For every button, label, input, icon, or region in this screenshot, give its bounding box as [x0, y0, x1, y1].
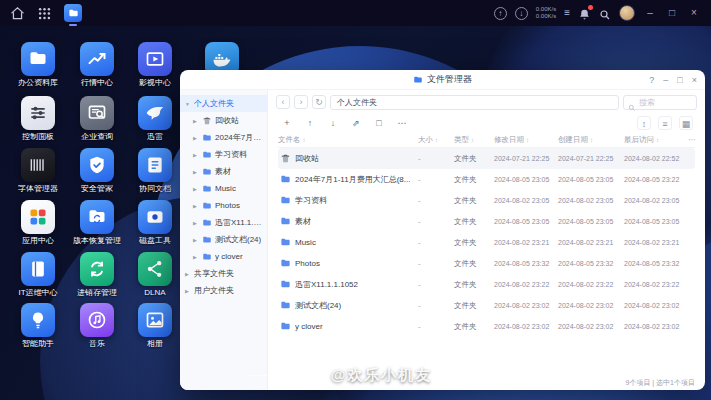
- table-row[interactable]: 测试文档(24) - 文件夹 2024-08-02 23:02 2024-08-…: [278, 295, 695, 316]
- sort-button[interactable]: ↕: [637, 116, 651, 130]
- table-row[interactable]: 2024年7月1-11月费用大汇总(8... - 文件夹 2024-08-05 …: [278, 169, 695, 190]
- address-bar[interactable]: 个人文件夹: [330, 95, 619, 110]
- desktop-icon-disk-tool[interactable]: 磁盘工具: [130, 200, 180, 246]
- more-actions-button[interactable]: ⋯: [395, 116, 409, 130]
- client-minimize-button[interactable]: –: [643, 0, 657, 26]
- desktop-icon-security-guard[interactable]: 安全管家: [72, 148, 122, 194]
- back-button[interactable]: ‹: [276, 95, 290, 109]
- document-icon: [138, 148, 172, 182]
- chevron-right-icon: ▶: [193, 254, 199, 260]
- desktop-icon-music[interactable]: 音乐: [72, 303, 122, 349]
- notification-bell-icon[interactable]: [578, 7, 591, 20]
- sidebar-item-recycle-bin[interactable]: ▶ 回收站: [180, 112, 267, 129]
- sort-icon: ↕: [526, 137, 529, 143]
- desktop-icon-video-center[interactable]: 影视中心: [130, 42, 180, 88]
- sidebar-item-folder[interactable]: ▶ 测试文档(24): [180, 231, 267, 248]
- table-row[interactable]: 迅雷X11.1.1.1052 - 文件夹 2024-08-02 23:22 20…: [278, 274, 695, 295]
- desktop-icon-app-center[interactable]: 应用中心: [13, 200, 63, 246]
- chevron-right-icon: ▶: [193, 237, 199, 243]
- list-view-button[interactable]: ≡: [658, 116, 672, 130]
- table-row[interactable]: 学习资料 - 文件夹 2024-08-02 23:05 2024-08-02 2…: [278, 190, 695, 211]
- desktop: 办公资料库 行情中心 影视中心 控制面板 企业查询 迅雷 字体管理器: [0, 26, 711, 400]
- sidebar-section-personal[interactable]: ▼ 个人文件夹: [180, 95, 267, 112]
- file-table: 文件名↕ 大小↕ 类型↕ 修改日期↕ 创建日期↕ 最后访问↕ ⋯ 回收站 - 文…: [268, 132, 705, 376]
- sidebar-item-folder[interactable]: ▶ 2024年7月1-11月费用(8N: [180, 129, 267, 146]
- desktop-icon-font-manager[interactable]: 字体管理器: [13, 148, 63, 194]
- desktop-icon-version-restore[interactable]: 版本恢复管理: [72, 200, 122, 246]
- desktop-icon-collab-docs[interactable]: 协同文档: [130, 148, 180, 194]
- desktop-icon-it-ops[interactable]: IT运维中心: [13, 252, 63, 298]
- window-titlebar[interactable]: 文件管理器 ? – □ ×: [180, 70, 705, 90]
- grid-view-button[interactable]: ▦: [679, 116, 693, 130]
- chevron-right-icon: ▶: [185, 271, 191, 277]
- folder-icon: [413, 75, 423, 85]
- bird-icon: [138, 96, 172, 130]
- table-row[interactable]: 素材 - 文件夹 2024-08-05 23:05 2024-08-05 23:…: [278, 211, 695, 232]
- search-icon[interactable]: [599, 7, 611, 19]
- copy-button[interactable]: □: [372, 116, 386, 130]
- desktop-icon-gallery[interactable]: 相册: [130, 303, 180, 349]
- search-box[interactable]: [623, 95, 697, 110]
- share-button[interactable]: ⇗: [349, 116, 363, 130]
- minimize-button[interactable]: –: [663, 75, 668, 85]
- sidebar-section-shared[interactable]: ▶ 共享文件夹: [180, 265, 267, 282]
- desktop-icon-thunder[interactable]: 迅雷: [130, 96, 180, 142]
- lightbulb-icon: [21, 303, 55, 337]
- column-options-icon[interactable]: ⋯: [688, 135, 696, 144]
- forward-button[interactable]: ›: [294, 95, 308, 109]
- maximize-button[interactable]: □: [677, 75, 682, 85]
- column-header-name[interactable]: 文件名↕: [278, 135, 418, 145]
- desktop-icon-control-panel[interactable]: 控制面板: [13, 96, 63, 142]
- sidebar-item-folder[interactable]: ▶ y clover: [180, 248, 267, 265]
- actions-toolbar: + ↑ ↓ ⇗ □ ⋯ ↕ ≡ ▦: [268, 114, 705, 132]
- column-header-size[interactable]: 大小↕: [418, 135, 454, 145]
- sidebar-item-folder[interactable]: ▶ 迅雷X11.1.1.1052: [180, 214, 267, 231]
- new-folder-button[interactable]: +: [280, 116, 294, 130]
- desktop-icon-market-center[interactable]: 行情中心: [72, 42, 122, 88]
- client-maximize-button[interactable]: □: [665, 0, 679, 26]
- download-speed-icon[interactable]: ↓: [515, 7, 528, 20]
- help-icon[interactable]: ?: [649, 75, 654, 85]
- column-header-modified[interactable]: 修改日期↕: [494, 135, 558, 145]
- refresh-button[interactable]: ↻: [312, 95, 326, 109]
- desktop-icon-inventory[interactable]: 进销存管理: [72, 252, 122, 298]
- sidebar-item-folder[interactable]: ▶ 素材: [180, 163, 267, 180]
- folder-icon: [280, 279, 291, 290]
- close-button[interactable]: ×: [692, 75, 697, 85]
- desktop-icon-office-library[interactable]: 办公资料库: [13, 42, 63, 88]
- table-row[interactable]: 回收站 - 文件夹 2024-07-21 22:25 2024-07-21 22…: [278, 148, 695, 169]
- chevron-right-icon: ▶: [193, 135, 199, 141]
- sidebar-item-folder[interactable]: ▶ 学习资料: [180, 146, 267, 163]
- folder-icon: [280, 321, 291, 332]
- upload-button[interactable]: ↑: [303, 116, 317, 130]
- user-avatar[interactable]: [619, 5, 635, 21]
- desktop-icon-dlna[interactable]: DLNA: [130, 252, 180, 298]
- sidebar-item-folder[interactable]: ▶ Music: [180, 180, 267, 197]
- table-row[interactable]: Photos - 文件夹 2024-08-05 23:32 2024-08-05…: [278, 253, 695, 274]
- running-app-file-manager[interactable]: [64, 4, 82, 22]
- column-header-accessed[interactable]: 最后访问↕: [624, 135, 688, 145]
- download-button[interactable]: ↓: [326, 116, 340, 130]
- column-header-type[interactable]: 类型↕: [454, 135, 494, 145]
- desktop-icon-enterprise-search[interactable]: 企业查询: [72, 96, 122, 142]
- sidebar-item-folder[interactable]: ▶ Photos: [180, 197, 267, 214]
- folder-icon: [280, 195, 291, 206]
- chevron-right-icon: ▶: [193, 186, 199, 192]
- search-input[interactable]: [639, 98, 692, 107]
- document-search-icon: [80, 96, 114, 130]
- home-icon[interactable]: [10, 6, 25, 21]
- table-row[interactable]: Music - 文件夹 2024-08-02 23:21 2024-08-02 …: [278, 232, 695, 253]
- notebook-icon: [21, 252, 55, 286]
- task-list-icon[interactable]: ≡: [564, 8, 570, 18]
- client-close-button[interactable]: ×: [687, 0, 701, 26]
- folder-icon: [202, 133, 212, 143]
- desktop-icon-smart-assistant[interactable]: 智能助手: [13, 303, 63, 349]
- sidebar-section-user[interactable]: ▶ 用户文件夹: [180, 282, 267, 299]
- table-row[interactable]: y clover - 文件夹 2024-08-02 23:02 2024-08-…: [278, 316, 695, 337]
- sidebar: ▼ 个人文件夹 ▶ 回收站 ▶ 2024年7月1-11月费用(8N ▶: [180, 90, 268, 390]
- upload-speed-icon[interactable]: ↑: [494, 7, 507, 20]
- network-speed-readout: 0.00K/s 0.00K/s: [536, 6, 556, 21]
- app-launcher-icon[interactable]: [37, 6, 52, 21]
- column-header-created[interactable]: 创建日期↕: [558, 135, 624, 145]
- cloud-desktop-client: ↑ ↓ 0.00K/s 0.00K/s ≡ – □ × 办公资料库 行情中: [0, 0, 711, 400]
